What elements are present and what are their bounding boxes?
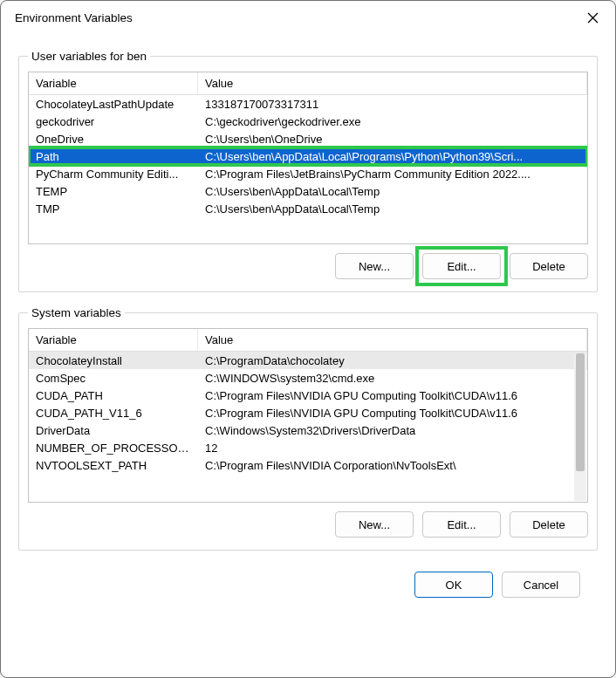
cell-variable: ComSpec <box>29 372 198 385</box>
system-buttons-row: New... Edit... Delete <box>28 511 588 538</box>
user-delete-button[interactable]: Delete <box>510 253 588 279</box>
cell-value: C:\Program Files\NVIDIA GPU Computing To… <box>198 407 587 420</box>
table-row[interactable]: TMP C:\Users\ben\AppData\Local\Temp <box>29 200 587 217</box>
system-group-legend: System variables <box>28 306 125 319</box>
dialog-buttons-row: OK Cancel <box>18 572 598 612</box>
system-variables-list[interactable]: Variable Value ChocolateyInstall C:\Prog… <box>28 328 588 503</box>
table-row[interactable]: NUMBER_OF_PROCESSORS 12 <box>29 439 587 456</box>
cell-variable: DriverData <box>29 424 198 437</box>
cell-value: 12 <box>198 442 587 455</box>
table-row[interactable]: CUDA_PATH C:\Program Files\NVIDIA GPU Co… <box>29 387 587 404</box>
scrollbar[interactable] <box>574 353 586 501</box>
col-header-value[interactable]: Value <box>198 329 587 351</box>
table-row[interactable]: ComSpec C:\WINDOWS\system32\cmd.exe <box>29 369 587 387</box>
env-vars-dialog: Environment Variables User variables for… <box>0 0 616 678</box>
table-row[interactable]: PyCharm Community Editi... C:\Program Fi… <box>29 165 587 182</box>
cell-value: C:\Program Files\NVIDIA Corporation\NvTo… <box>198 459 587 472</box>
cell-variable: NUMBER_OF_PROCESSORS <box>29 442 198 455</box>
cell-value: C:\Users\ben\OneDrive <box>198 133 587 146</box>
table-row-selected[interactable]: Path C:\Users\ben\AppData\Local\Programs… <box>29 147 587 165</box>
cell-value: C:\Program Files\NVIDIA GPU Computing To… <box>198 389 587 402</box>
ok-button[interactable]: OK <box>414 572 493 598</box>
cell-variable: TMP <box>29 202 198 216</box>
list-body: ChocolateyLastPathUpdate 133187170073317… <box>29 95 587 217</box>
user-new-button[interactable]: New... <box>335 253 414 279</box>
table-row[interactable]: NVTOOLSEXT_PATH C:\Program Files\NVIDIA … <box>29 456 587 474</box>
system-new-button[interactable]: New... <box>335 511 414 538</box>
cell-value: C:\geckodriver\geckodriver.exe <box>198 115 587 128</box>
cancel-button[interactable]: Cancel <box>502 572 580 598</box>
cell-value: C:\WINDOWS\system32\cmd.exe <box>198 372 587 385</box>
cell-variable: TEMP <box>29 185 198 198</box>
cell-value: C:\Program Files\JetBrains\PyCharm Commu… <box>198 168 587 181</box>
cell-value: C:\Users\ben\AppData\Local\Programs\Pyth… <box>198 150 587 163</box>
window-title: Environment Variables <box>15 11 133 24</box>
user-variables-group: User variables for ben Variable Value Ch… <box>18 50 598 292</box>
cell-value: C:\Windows\System32\Drivers\DriverData <box>198 424 587 437</box>
system-variables-group: System variables Variable Value Chocolat… <box>18 306 598 551</box>
dialog-content: User variables for ben Variable Value Ch… <box>1 34 615 677</box>
col-header-value[interactable]: Value <box>198 72 587 94</box>
cell-variable: Path <box>29 150 198 163</box>
user-group-legend: User variables for ben <box>28 50 150 63</box>
table-row[interactable]: OneDrive C:\Users\ben\OneDrive <box>29 130 587 147</box>
cell-variable: ChocolateyLastPathUpdate <box>29 98 198 111</box>
system-delete-button[interactable]: Delete <box>510 511 588 538</box>
cell-variable: NVTOOLSEXT_PATH <box>29 459 198 472</box>
col-header-variable[interactable]: Variable <box>29 329 198 351</box>
cell-variable: ChocolateyInstall <box>29 354 198 367</box>
cell-variable: CUDA_PATH_V11_6 <box>29 407 198 420</box>
user-buttons-row: New... Edit... Delete <box>28 253 588 279</box>
table-row[interactable]: geckodriver C:\geckodriver\geckodriver.e… <box>29 113 587 130</box>
table-row[interactable]: CUDA_PATH_V11_6 C:\Program Files\NVIDIA … <box>29 404 587 421</box>
user-variables-list[interactable]: Variable Value ChocolateyLastPathUpdate … <box>28 72 588 244</box>
table-row[interactable]: ChocolateyLastPathUpdate 133187170073317… <box>29 95 587 113</box>
cell-variable: geckodriver <box>29 115 198 128</box>
scrollbar-thumb[interactable] <box>576 353 585 471</box>
list-header[interactable]: Variable Value <box>29 72 587 95</box>
table-row-selected[interactable]: ChocolateyInstall C:\ProgramData\chocola… <box>29 352 587 369</box>
cell-value: C:\Users\ben\AppData\Local\Temp <box>198 185 587 198</box>
user-edit-button[interactable]: Edit... <box>422 253 501 279</box>
close-icon[interactable] <box>580 5 605 30</box>
table-row[interactable]: TEMP C:\Users\ben\AppData\Local\Temp <box>29 182 587 200</box>
cell-value: C:\Users\ben\AppData\Local\Temp <box>198 202 587 216</box>
cell-value: C:\ProgramData\chocolatey <box>198 354 587 367</box>
list-header[interactable]: Variable Value <box>29 329 587 352</box>
list-body: ChocolateyInstall C:\ProgramData\chocola… <box>29 352 587 474</box>
cell-variable: PyCharm Community Editi... <box>29 168 198 181</box>
titlebar: Environment Variables <box>1 1 615 34</box>
col-header-variable[interactable]: Variable <box>29 72 198 94</box>
cell-variable: CUDA_PATH <box>29 389 198 402</box>
system-edit-button[interactable]: Edit... <box>422 511 501 538</box>
cell-variable: OneDrive <box>29 133 198 146</box>
cell-value: 133187170073317311 <box>198 98 587 111</box>
table-row[interactable]: DriverData C:\Windows\System32\Drivers\D… <box>29 421 587 439</box>
